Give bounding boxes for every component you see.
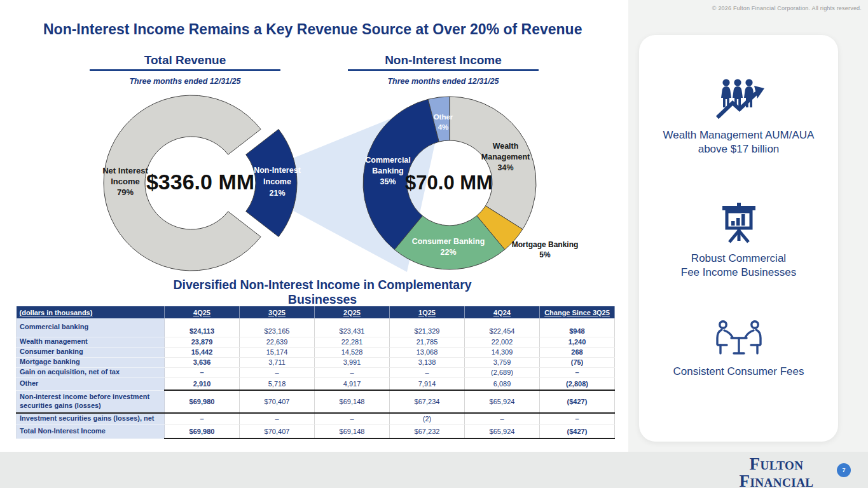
- cell-value: 4,917: [315, 377, 390, 390]
- table-row: Commercial banking$24,113$23,165$23,431$…: [17, 318, 615, 337]
- cell-value: 23,879: [165, 337, 240, 347]
- cell-value: (2,808): [540, 377, 615, 390]
- row-label: Gain on acquisition, net of tax: [17, 367, 165, 377]
- non-interest-income-header: Non-Interest Income Three months ended 1…: [348, 53, 539, 86]
- non-interest-income-table: (dollars in thousands)4Q253Q252Q251Q254Q…: [16, 306, 615, 439]
- column-header: 2Q25: [315, 306, 390, 318]
- cell-value: 3,759: [465, 357, 540, 367]
- cell-value: ($427): [540, 390, 615, 413]
- cell-value: $22,454: [465, 318, 540, 337]
- cell-value: 3,711: [240, 357, 315, 367]
- non-interest-income-subtitle: Three months ended 12/31/25: [348, 77, 539, 86]
- feature-caption-line: Consistent Consumer Fees: [639, 365, 838, 379]
- column-header: 4Q24: [465, 306, 540, 318]
- cell-value: ($427): [540, 424, 615, 438]
- total-revenue-subtitle: Three months ended 12/31/25: [90, 77, 280, 86]
- table-section-header: Diversified Non-Interest Income in Compl…: [140, 278, 505, 310]
- table-note-header: (dollars in thousands): [17, 306, 165, 318]
- cell-value: (75): [540, 357, 615, 367]
- cell-value: –: [165, 413, 240, 424]
- wealth-growth-icon: [712, 78, 766, 120]
- cell-value: 3,991: [315, 357, 390, 367]
- cell-value: $70,407: [240, 424, 315, 438]
- highlights-card: Wealth Management AUM/AUA above $17 bill…: [639, 35, 838, 442]
- cell-value: 15,174: [240, 347, 315, 357]
- cell-value: –: [240, 413, 315, 424]
- table-section-title: Diversified Non-Interest Income in Compl…: [140, 278, 505, 307]
- row-label: Investment securities gains (losses), ne…: [17, 413, 165, 424]
- cell-value: $948: [540, 318, 615, 337]
- feature-caption-line: Wealth Management AUM/AUA: [639, 128, 838, 142]
- table-row: Total Non-Interest Income$69,980$70,407$…: [17, 424, 615, 438]
- copyright-text: © 2026 Fulton Financial Corporation. All…: [712, 5, 862, 11]
- cell-value: 22,281: [315, 337, 390, 347]
- feature-consumer-fees: Consistent Consumer Fees: [639, 320, 838, 379]
- cell-value: –: [165, 367, 240, 377]
- row-label: Total Non-Interest Income: [17, 424, 165, 438]
- cell-value: 13,068: [390, 347, 465, 357]
- header-underline: [90, 69, 280, 71]
- column-header: Change Since 3Q25: [540, 306, 615, 318]
- cell-value: –: [315, 367, 390, 377]
- table-row: Gain on acquisition, net of tax––––(2,68…: [17, 367, 615, 377]
- cell-value: 14,528: [315, 347, 390, 357]
- donut-center-label: $70.0 MM: [405, 172, 493, 194]
- cell-value: 21,785: [390, 337, 465, 347]
- column-header: 4Q25: [165, 306, 240, 318]
- cell-value: 22,002: [465, 337, 540, 347]
- cell-value: 15,442: [165, 347, 240, 357]
- fulton-financial-logo: Fulton Financial Corporation: [717, 456, 836, 488]
- row-label: Commercial banking: [17, 318, 165, 337]
- cell-value: 5,718: [240, 377, 315, 390]
- cell-value: $69,148: [315, 390, 390, 413]
- cell-value: $70,407: [240, 390, 315, 413]
- cell-value: 3,138: [390, 357, 465, 367]
- cell-value: 2,910: [165, 377, 240, 390]
- feature-commercial-fees: Robust Commercial Fee Income Businesses: [639, 203, 838, 280]
- row-label: Consumer banking: [17, 347, 165, 357]
- cell-value: –: [390, 367, 465, 377]
- table-row: Mortgage banking3,6363,7113,9913,1383,75…: [17, 357, 615, 367]
- cell-value: $69,980: [165, 390, 240, 413]
- table-row: Consumer banking15,44215,17414,52813,068…: [17, 347, 615, 357]
- row-label: Mortgage banking: [17, 357, 165, 367]
- feature-wealth-management: Wealth Management AUM/AUA above $17 bill…: [639, 78, 838, 156]
- table-row: Non-interest income before investment se…: [17, 390, 615, 413]
- cell-value: 14,309: [465, 347, 540, 357]
- table-row: Other2,9105,7184,9177,9146,089(2,808): [17, 377, 615, 390]
- row-label: Non-interest income before investment se…: [17, 390, 165, 413]
- column-header: 1Q25: [390, 306, 465, 318]
- cell-value: (2): [390, 413, 465, 424]
- page-title: Non-Interest Income Remains a Key Revenu…: [43, 21, 582, 38]
- cell-value: –: [540, 413, 615, 424]
- presentation-chart-icon: [718, 203, 760, 243]
- feature-caption-line: Fee Income Businesses: [639, 266, 838, 280]
- donut-charts: Non-InterestIncome21%Net InterestIncome7…: [89, 86, 617, 277]
- column-header: 3Q25: [240, 306, 315, 318]
- total-revenue-header: Total Revenue Three months ended 12/31/2…: [90, 53, 280, 86]
- row-label: Other: [17, 377, 165, 390]
- cell-value: $65,924: [465, 390, 540, 413]
- donut-center-label: $336.0 MM: [146, 170, 254, 194]
- cell-value: –: [540, 367, 615, 377]
- total-revenue-title: Total Revenue: [90, 53, 280, 67]
- cell-value: 7,914: [390, 377, 465, 390]
- cell-value: –: [240, 367, 315, 377]
- feature-caption-line: Robust Commercial: [639, 252, 838, 266]
- header-underline: [348, 69, 539, 71]
- logo-brand-name: Fulton Financial: [717, 456, 836, 488]
- cell-value: –: [465, 413, 540, 424]
- cell-value: 22,639: [240, 337, 315, 347]
- cell-value: –: [315, 413, 390, 424]
- table-row: Investment securities gains (losses), ne…: [17, 413, 615, 424]
- cell-value: $21,329: [390, 318, 465, 337]
- page-number-badge: 7: [837, 463, 851, 477]
- donut-slice: [450, 97, 536, 229]
- cell-value: 6,089: [465, 377, 540, 390]
- cell-value: (2,689): [465, 367, 540, 377]
- cell-value: $69,980: [165, 424, 240, 438]
- slice-label: Mortgage Banking5%: [512, 240, 579, 259]
- cell-value: $65,924: [465, 424, 540, 438]
- cell-value: $23,165: [240, 318, 315, 337]
- consumer-meeting-icon: [714, 320, 764, 356]
